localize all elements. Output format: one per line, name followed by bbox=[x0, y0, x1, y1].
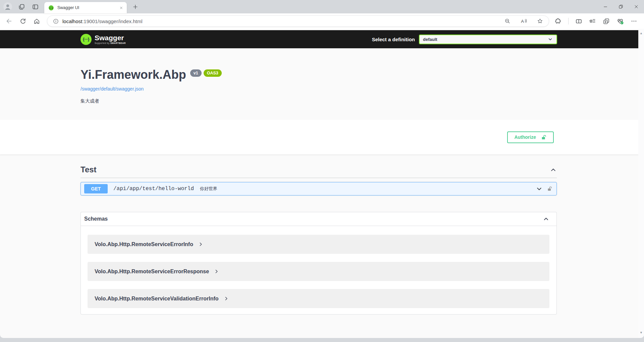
svg-text:{···}: {···} bbox=[49, 7, 53, 9]
chevron-right-icon bbox=[214, 269, 219, 274]
chevron-right-icon bbox=[198, 241, 204, 247]
http-method-badge: GET bbox=[84, 184, 108, 193]
svg-text:A: A bbox=[521, 18, 524, 23]
authorize-button[interactable]: Authorize bbox=[507, 131, 554, 143]
site-info-icon[interactable] bbox=[53, 18, 59, 24]
browser-tab-swagger-ui[interactable]: {···} Swagger UI bbox=[44, 2, 127, 13]
address-bar[interactable]: localhost:19001/swagger/index.html A bbox=[47, 15, 549, 27]
spec-json-link[interactable]: /swagger/default/swagger.json bbox=[80, 86, 144, 92]
favorites-bar-icon[interactable] bbox=[589, 18, 596, 25]
profile-avatar[interactable] bbox=[3, 2, 12, 11]
tab-title: Swagger UI bbox=[57, 5, 118, 10]
schema-row-remote-service-validation-error-info[interactable]: Volo.Abp.Http.RemoteServiceValidationErr… bbox=[88, 289, 549, 308]
favorite-star-icon[interactable] bbox=[537, 18, 543, 24]
web-page-swagger-ui: {···} Swagger Supported by SMARTBEAR Sel… bbox=[0, 29, 644, 338]
tag-section-test[interactable]: Test bbox=[80, 165, 557, 178]
operation-path: /api/app/test/hello-world bbox=[113, 186, 194, 192]
chevron-right-icon bbox=[223, 296, 229, 301]
tag-collapse-chevron-up-icon[interactable] bbox=[550, 166, 557, 173]
browser-tab-strip: {···} Swagger UI bbox=[0, 0, 644, 13]
scheme-container: Authorize bbox=[0, 120, 644, 155]
toolbar-divider bbox=[568, 18, 569, 24]
schemas-title: Schemas bbox=[84, 216, 108, 222]
window-controls bbox=[598, 0, 644, 13]
schema-name: Volo.Abp.Http.RemoteServiceValidationErr… bbox=[95, 296, 219, 302]
tag-title: Test bbox=[80, 165, 97, 174]
collections-icon[interactable] bbox=[603, 18, 610, 25]
settings-more-icon[interactable] bbox=[631, 18, 637, 24]
extensions-icon[interactable] bbox=[554, 18, 561, 25]
schemas-collapse-chevron-up-icon[interactable] bbox=[543, 216, 549, 222]
select-definition-label: Select a definition bbox=[372, 37, 415, 42]
swagger-logo-icon: {···} bbox=[80, 34, 92, 45]
operation-summary: 你好世界 bbox=[200, 186, 217, 192]
swagger-brand-text: Swagger bbox=[95, 34, 126, 41]
schema-row-remote-service-error-info[interactable]: Volo.Abp.Http.RemoteServiceErrorInfo bbox=[88, 235, 549, 254]
url-path: :19001/swagger/index.html bbox=[82, 18, 142, 24]
url-host: localhost bbox=[62, 18, 82, 24]
operation-expand-chevron-down-icon[interactable] bbox=[536, 185, 543, 192]
schema-name: Volo.Abp.Http.RemoteServiceErrorInfo bbox=[95, 241, 193, 247]
close-window-icon[interactable] bbox=[629, 0, 644, 13]
zoom-out-icon[interactable] bbox=[504, 18, 511, 24]
swagger-topbar: {···} Swagger Supported by SMARTBEAR Sel… bbox=[0, 30, 644, 48]
tab-actions-icon[interactable] bbox=[32, 3, 39, 10]
api-title: Yi.Framework.Abp bbox=[80, 67, 186, 82]
api-version-badge: v1 bbox=[190, 69, 202, 77]
schema-row-remote-service-error-response[interactable]: Volo.Abp.Http.RemoteServiceErrorResponse bbox=[88, 262, 549, 281]
page-scrollbar[interactable]: ▲ ▼ bbox=[638, 29, 644, 338]
browser-essentials-icon[interactable] bbox=[616, 17, 624, 25]
schemas-card: Schemas Volo.Abp.Http.RemoteServiceError… bbox=[80, 212, 557, 315]
restore-icon[interactable] bbox=[613, 0, 629, 13]
oas3-badge: OAS3 bbox=[204, 69, 222, 77]
browser-toolbar: localhost:19001/swagger/index.html A bbox=[0, 13, 644, 29]
schema-name: Volo.Abp.Http.RemoteServiceErrorResponse bbox=[95, 269, 209, 275]
swagger-brand-subtext: Supported by SMARTBEAR bbox=[95, 42, 126, 44]
home-icon[interactable] bbox=[33, 18, 40, 25]
split-screen-icon[interactable] bbox=[575, 18, 582, 25]
tab-close-icon[interactable] bbox=[118, 5, 124, 11]
scroll-up-icon[interactable]: ▲ bbox=[640, 32, 643, 35]
new-tab-icon[interactable] bbox=[131, 2, 140, 11]
schemas-header[interactable]: Schemas bbox=[81, 212, 556, 226]
schemas-list: Volo.Abp.Http.RemoteServiceErrorInfo Vol… bbox=[81, 226, 556, 314]
select-chevron-down-icon bbox=[547, 37, 553, 42]
refresh-icon[interactable] bbox=[19, 18, 26, 25]
back-icon[interactable] bbox=[5, 17, 13, 25]
api-description: 集大成者 bbox=[80, 98, 644, 120]
swagger-logo[interactable]: {···} Swagger Supported by SMARTBEAR bbox=[80, 34, 126, 45]
unlock-icon bbox=[541, 134, 547, 140]
url-text: localhost:19001/swagger/index.html bbox=[62, 18, 142, 24]
authorize-button-label: Authorize bbox=[514, 134, 536, 140]
read-aloud-icon[interactable]: A bbox=[520, 18, 527, 25]
definition-select[interactable]: default bbox=[419, 35, 557, 44]
workspaces-icon[interactable] bbox=[18, 3, 25, 10]
api-content: Test GET /api/app/test/hello-world 你好世界 bbox=[80, 165, 557, 315]
swagger-favicon: {···} bbox=[48, 5, 54, 11]
minimize-icon[interactable] bbox=[598, 0, 613, 13]
operation-get-hello-world[interactable]: GET /api/app/test/hello-world 你好世界 bbox=[80, 182, 557, 195]
operation-auth-lock-icon[interactable] bbox=[547, 186, 552, 191]
api-info-section: Yi.Framework.Abp v1 OAS3 /swagger/defaul… bbox=[0, 48, 644, 120]
definition-selected-value: default bbox=[423, 37, 547, 42]
scroll-down-icon[interactable]: ▼ bbox=[640, 331, 643, 334]
